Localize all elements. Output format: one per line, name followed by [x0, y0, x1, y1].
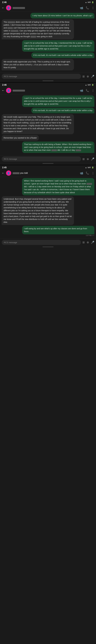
screen-3: 2:45 ▲ WiFi 🔋 ← 👤 you told 📹 📞 ⋮: [0, 165, 96, 247]
avatar-3[interactable]: 👤: [6, 170, 11, 176]
contact-name-2: [13, 89, 78, 92]
message-row: When I first started working there I sai…: [2, 178, 94, 195]
battery-icon-2: 🔋: [92, 84, 94, 86]
message-row: We would really appreciate your help. Th…: [2, 114, 94, 134]
app-screen: 2:46 ▲ WiFi 🔋 ← 👤 📹 📞 ⋮: [0, 0, 96, 247]
message-row: Remember you wanted to be a floater: [2, 135, 94, 141]
video-call-icon-3[interactable]: 📹: [80, 172, 83, 175]
input-bar-3: RCS message ⊞ ⊕ 🎤: [0, 239, 96, 246]
video-call-icon-1[interactable]: 📹: [80, 6, 83, 10]
status-icons-3: ▲ WiFi 🔋: [85, 166, 94, 168]
contact-name-3: you told: [13, 172, 78, 174]
message-row: The distro sent the bill of lading for a…: [2, 19, 94, 40]
message-input-2[interactable]: RCS message: [2, 156, 81, 162]
phone-icon-1[interactable]: 📞: [86, 6, 89, 10]
message-bubble: I will swing by and see what's up after …: [22, 226, 94, 234]
back-button-3[interactable]: ←: [2, 171, 5, 175]
status-icons-2: ▲ WiFi 🔋: [85, 84, 94, 86]
messages-area-1: I only have about 20 mins before I can't…: [0, 12, 96, 72]
wifi-icon-2: WiFi: [88, 84, 91, 86]
message-row: I can't I'm at school the rest of the da…: [2, 96, 94, 107]
nav-actions-3: 📹 📞 ⋮: [80, 172, 94, 175]
contact-name-area-1: [13, 6, 78, 9]
nav-actions-2: 📹 📞 ⋮: [80, 89, 94, 92]
nav-bar-1: ← 👤 📹 📞 ⋮: [0, 4, 96, 12]
message-bubble: If it's not built, it's not built I can …: [31, 108, 94, 113]
add-icon-3[interactable]: ⊕: [87, 241, 89, 244]
attach-icon-2[interactable]: ⊞: [82, 158, 85, 161]
message-bubble: That has nothing to do with being a floa…: [22, 142, 94, 153]
signal-icon-3: ▲: [85, 166, 87, 168]
scroll-indicator-1: [43, 80, 53, 81]
message-timestamp: 2:37 PM ✓✓: [86, 235, 94, 236]
message-bubble: We would really appreciate your help. Th…: [2, 59, 74, 70]
more-options-icon-2[interactable]: ⋮: [92, 89, 94, 92]
status-time-3: 2:45: [2, 166, 6, 169]
nav-bar-2: ← 👤 📹 📞 ⋮: [0, 87, 96, 94]
contact-name-1: [13, 6, 78, 9]
signal-icon-2: ▲: [85, 84, 87, 86]
message-bubble: When I first started working there I sai…: [22, 178, 94, 195]
status-bar-2: 2:46 ▲ WiFi 🔋: [0, 82, 96, 87]
back-button-2[interactable]: ←: [2, 89, 5, 92]
message-row: I can't I'm at school the rest of the da…: [2, 40, 94, 52]
input-icon-area-3: ⊞ ⊕ 🎤: [82, 241, 94, 244]
status-bar-1: 2:46 ▲ WiFi 🔋: [0, 0, 96, 4]
voice-icon-1[interactable]: 🎤: [91, 75, 94, 78]
wifi-icon-3: WiFi: [88, 166, 91, 168]
scroll-indicator-2: [43, 163, 53, 164]
input-icon-area-2: ⊞ ⊕ 🎤: [82, 158, 94, 161]
contact-name-area-3: you told: [13, 172, 78, 174]
attach-icon-1[interactable]: ⊞: [82, 75, 85, 78]
phone-icon-2[interactable]: 📞: [86, 89, 89, 92]
attach-icon-3[interactable]: ⊞: [82, 241, 85, 244]
add-icon-1[interactable]: ⊕: [87, 75, 89, 78]
nav-bar-3: ← 👤 you told 📹 📞 ⋮: [0, 169, 96, 177]
message-row: We would really appreciate your help. Th…: [2, 59, 94, 70]
status-time-1: 2:46: [2, 1, 6, 4]
message-row: If it's not built, it's not built I can …: [2, 52, 94, 58]
messages-area-2: I can't I'm at school the rest of the da…: [0, 94, 96, 155]
message-bubble: We would really appreciate your help. Th…: [2, 114, 74, 134]
status-bar-3: 2:45 ▲ WiFi 🔋: [0, 165, 96, 169]
voice-icon-3[interactable]: 🎤: [91, 241, 94, 244]
wifi-icon-1: WiFi: [88, 2, 91, 3]
screen-1: 2:46 ▲ WiFi 🔋 ← 👤 📹 📞 ⋮: [0, 0, 96, 81]
message-bubble: I can't I'm at school the rest of the da…: [22, 96, 94, 107]
input-bar-2: RCS message ⊞ ⊕ 🎤: [0, 155, 96, 162]
message-input-1[interactable]: RCS message: [2, 74, 81, 79]
battery-icon-1: 🔋: [92, 2, 94, 3]
battery-icon-3: 🔋: [92, 166, 94, 168]
voice-icon-2[interactable]: 🎤: [91, 158, 94, 161]
nav-actions-1: 📹 📞 ⋮: [80, 6, 94, 10]
remember-floater-bubble: Remember you wanted to be a floater: [2, 135, 39, 141]
message-bubble: I can't I'm at school the rest of the da…: [22, 40, 94, 52]
message-row: That has nothing to do with being a floa…: [2, 142, 94, 153]
more-options-icon-1[interactable]: ⋮: [92, 6, 94, 10]
message-bubble: I only have about 20 mins before I can't…: [30, 13, 94, 18]
status-time-2: 2:46: [2, 84, 6, 86]
input-bar-1: RCS message ⊞ ⊕ 🎤: [0, 72, 96, 80]
message-input-3[interactable]: RCS message: [2, 240, 81, 245]
contact-name-area-2: [13, 89, 78, 92]
scroll-indicator-3: [43, 246, 53, 247]
message-bubble: If it's not built, it's not built I can …: [31, 52, 94, 58]
message-row: I will swing by and see what's up after …: [2, 226, 94, 236]
input-icon-area-1: ⊞ ⊕ 🎤: [82, 75, 94, 78]
screen-2: 2:46 ▲ WiFi 🔋 ← 👤 📹 📞 ⋮: [0, 82, 96, 164]
message-row: If it's not built, it's not built I can …: [2, 108, 94, 113]
avatar-1[interactable]: 👤: [6, 5, 11, 10]
message-row: Understood. But it has changed several t…: [2, 196, 94, 225]
messages-area-3: When I first started working there I sai…: [0, 177, 96, 238]
message-bubble: Understood. But it has changed several t…: [2, 196, 74, 225]
add-icon-2[interactable]: ⊕: [87, 158, 89, 161]
more-options-icon-3[interactable]: ⋮: [92, 172, 94, 175]
video-call-icon-2[interactable]: 📹: [80, 89, 83, 92]
signal-icon-1: ▲: [85, 2, 87, 3]
message-row: I only have about 20 mins before I can't…: [2, 13, 94, 18]
phone-icon-3[interactable]: 📞: [86, 172, 89, 175]
status-icons-1: ▲ WiFi 🔋: [85, 2, 94, 3]
back-button-1[interactable]: ←: [2, 6, 5, 10]
avatar-2[interactable]: 👤: [6, 88, 11, 93]
message-bubble: The distro sent the bill of lading for a…: [2, 19, 74, 40]
